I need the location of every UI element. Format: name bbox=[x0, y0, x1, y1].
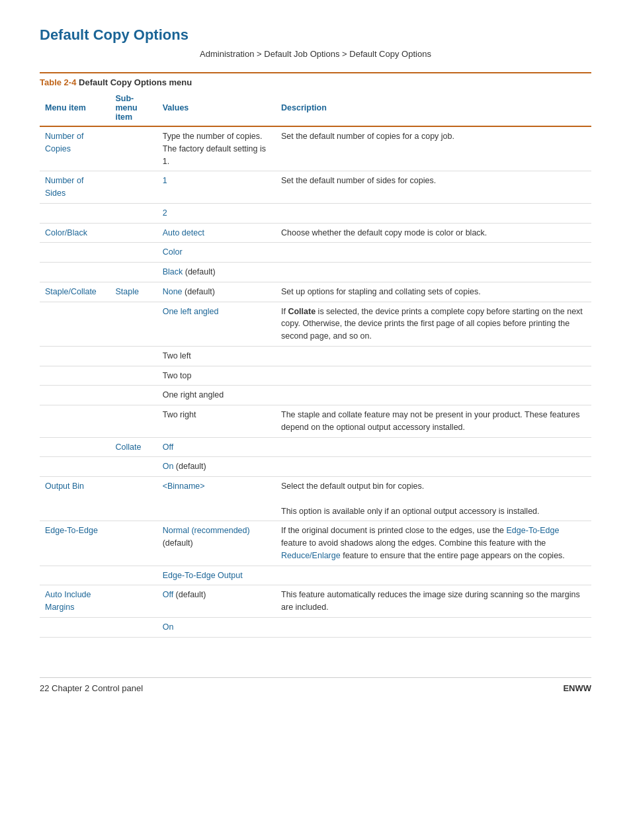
table-row: On bbox=[40, 617, 591, 637]
cell-sub-menu bbox=[110, 405, 157, 438]
cell-menu-item bbox=[40, 346, 110, 366]
cell-sub-menu: Staple bbox=[110, 282, 157, 302]
table-row: Output Bin<Binname>Select the default ou… bbox=[40, 477, 591, 521]
table-row: Number of CopiesType the number of copie… bbox=[40, 126, 591, 171]
cell-values: Two right bbox=[157, 405, 276, 438]
table-row: Edge-To-Edge Output bbox=[40, 566, 591, 585]
table-row: 2 bbox=[40, 203, 591, 223]
cell-description: Choose whether the default copy mode is … bbox=[276, 223, 591, 243]
breadcrumb-administration[interactable]: Administration bbox=[200, 49, 254, 59]
cell-sub-menu: Collate bbox=[110, 437, 157, 457]
desc-link-edge-to-edge[interactable]: Edge-To-Edge bbox=[507, 526, 560, 535]
table-caption: Table 2-4 Default Copy Options menu bbox=[40, 72, 591, 87]
cell-values: None (default) bbox=[157, 282, 276, 302]
cell-sub-menu bbox=[110, 617, 157, 637]
table-row: Staple/CollateStapleNone (default)Set up… bbox=[40, 282, 591, 302]
value-link[interactable]: Off bbox=[163, 442, 173, 452]
value-link[interactable]: Black bbox=[163, 267, 183, 276]
table-row: Two left bbox=[40, 346, 591, 366]
table-row: On (default) bbox=[40, 457, 591, 477]
table-row: Number of Sides1Set the default number o… bbox=[40, 171, 591, 204]
cell-values: Two left bbox=[157, 346, 276, 366]
table-num: Table 2-4 bbox=[40, 77, 76, 87]
value-link[interactable]: Off bbox=[163, 590, 173, 599]
cell-description: Set the default number of copies for a c… bbox=[276, 126, 591, 171]
cell-description bbox=[276, 566, 591, 585]
table-row: Edge-To-EdgeNormal (recommended) (defaul… bbox=[40, 521, 591, 566]
cell-sub-menu bbox=[110, 477, 157, 521]
value-link[interactable]: 2 bbox=[163, 208, 167, 218]
desc-link-reduce-enlarge[interactable]: Reduce/Enlarge bbox=[281, 551, 341, 560]
breadcrumb-sep1: > bbox=[254, 49, 264, 59]
cell-description bbox=[276, 617, 591, 637]
cell-menu-item bbox=[40, 302, 110, 346]
cell-values: Color bbox=[157, 243, 276, 263]
value-link[interactable]: Auto detect bbox=[163, 228, 204, 237]
sub-menu-link[interactable]: Staple bbox=[115, 287, 138, 296]
cell-values: <Binname> bbox=[157, 477, 276, 521]
footer-left: 22 Chapter 2 Control panel bbox=[40, 683, 143, 693]
value-link[interactable]: Color bbox=[163, 247, 183, 257]
menu-item-link[interactable]: Staple/Collate bbox=[45, 287, 97, 296]
cell-description: Select the default output bin for copies… bbox=[276, 477, 591, 521]
cell-values: Black (default) bbox=[157, 263, 276, 282]
cell-description bbox=[276, 346, 591, 366]
table-row: CollateOff bbox=[40, 437, 591, 457]
table-row: Two rightThe staple and collate feature … bbox=[40, 405, 591, 438]
cell-description: Set up options for stapling and collatin… bbox=[276, 282, 591, 302]
value-link[interactable]: <Binname> bbox=[163, 482, 205, 491]
cell-sub-menu bbox=[110, 521, 157, 566]
menu-item-link[interactable]: Auto Include Margins bbox=[45, 590, 91, 612]
table-row: One right angled bbox=[40, 386, 591, 405]
cell-description bbox=[276, 243, 591, 263]
col-header-menu-item: Menu item bbox=[40, 90, 110, 126]
cell-description: If Collate is selected, the device print… bbox=[276, 302, 591, 346]
value-link[interactable]: On bbox=[163, 622, 174, 632]
cell-sub-menu bbox=[110, 263, 157, 282]
breadcrumb-default-job-options[interactable]: Default Job Options bbox=[264, 49, 339, 59]
value-link[interactable]: One left angled bbox=[163, 307, 219, 316]
cell-description bbox=[276, 366, 591, 386]
cell-sub-menu bbox=[110, 171, 157, 204]
cell-sub-menu bbox=[110, 346, 157, 366]
cell-values: Normal (recommended) (default) bbox=[157, 521, 276, 566]
cell-sub-menu bbox=[110, 223, 157, 243]
sub-menu-link[interactable]: Collate bbox=[115, 442, 141, 452]
menu-item-link[interactable]: Number of Copies bbox=[45, 132, 83, 153]
cell-menu-item: Staple/Collate bbox=[40, 282, 110, 302]
table-caption-title: Default Copy Options menu bbox=[79, 77, 192, 87]
cell-values: 2 bbox=[157, 203, 276, 223]
menu-item-link[interactable]: Edge-To-Edge bbox=[45, 526, 98, 535]
menu-item-link[interactable]: Color/Black bbox=[45, 228, 87, 237]
menu-item-link[interactable]: Output Bin bbox=[45, 482, 84, 491]
cell-description bbox=[276, 263, 591, 282]
table-header-row: Menu item Sub-menu item Values Descripti… bbox=[40, 90, 591, 126]
table-row: Two top bbox=[40, 366, 591, 386]
value-link[interactable]: 1 bbox=[163, 176, 167, 185]
cell-values: On (default) bbox=[157, 457, 276, 477]
menu-item-link[interactable]: Number of Sides bbox=[45, 176, 83, 198]
breadcrumb: Administration > Default Job Options > D… bbox=[40, 49, 591, 59]
cell-menu-item bbox=[40, 617, 110, 637]
value-link[interactable]: On bbox=[163, 462, 174, 471]
cell-description: This feature automatically reduces the i… bbox=[276, 585, 591, 618]
cell-menu-item: Output Bin bbox=[40, 477, 110, 521]
cell-sub-menu bbox=[110, 585, 157, 618]
cell-menu-item: Number of Copies bbox=[40, 126, 110, 171]
cell-menu-item: Number of Sides bbox=[40, 171, 110, 204]
table-row: Color/BlackAuto detectChoose whether the… bbox=[40, 223, 591, 243]
value-link[interactable]: Normal (recommended) bbox=[163, 526, 250, 535]
cell-sub-menu bbox=[110, 386, 157, 405]
cell-sub-menu bbox=[110, 457, 157, 477]
cell-description bbox=[276, 386, 591, 405]
cell-description bbox=[276, 203, 591, 223]
value-link[interactable]: Edge-To-Edge Output bbox=[163, 571, 243, 580]
value-link[interactable]: None bbox=[163, 287, 183, 296]
cell-menu-item bbox=[40, 566, 110, 585]
breadcrumb-current: Default Copy Options bbox=[349, 49, 431, 59]
cell-values: On bbox=[157, 617, 276, 637]
cell-values: Auto detect bbox=[157, 223, 276, 243]
cell-values: Type the number of copies. The factory d… bbox=[157, 126, 276, 171]
table-row: Auto Include MarginsOff (default)This fe… bbox=[40, 585, 591, 618]
cell-sub-menu bbox=[110, 243, 157, 263]
